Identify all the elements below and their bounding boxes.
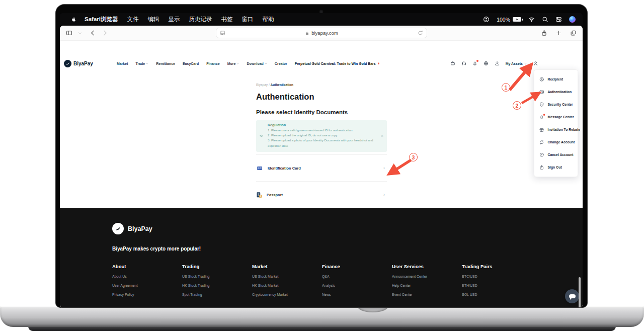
menubar-app-name[interactable]: Safari浏览器	[85, 16, 118, 23]
nav-item-market[interactable]: Market	[117, 62, 128, 65]
footer-link[interactable]: Privacy Policy	[112, 293, 182, 296]
footer-column-trading-pairs: Trading Pairs BTC/USD ETH/USD SOL USD	[462, 264, 532, 296]
announcement-icon	[260, 134, 264, 138]
dropdown-item-invitation-to-rebate[interactable]: Invitation To Rebate	[534, 123, 578, 136]
bell-icon	[539, 115, 544, 120]
sign-out-icon	[539, 165, 544, 170]
chat-bubble-icon	[569, 294, 576, 298]
reload-icon[interactable]	[418, 30, 423, 36]
nav-item-finance[interactable]: Finance	[206, 62, 219, 65]
passport-row[interactable]: Passport ›	[256, 181, 387, 208]
breadcrumb-separator: /	[269, 83, 270, 87]
dropdown-item-message-center[interactable]: Message Center	[534, 111, 578, 123]
footer-link[interactable]: HK Stock Market	[252, 284, 322, 287]
sidebar-toggle-icon[interactable]	[66, 30, 72, 36]
footer-link[interactable]: Event Center	[392, 293, 462, 296]
dropdown-item-sign-out[interactable]: Sign Out	[534, 161, 578, 174]
dropdown-item-security-center[interactable]: Security Center	[534, 98, 578, 111]
account-dropdown-menu: Recipient Authentication Security Center	[534, 69, 578, 177]
apple-menu-icon[interactable]	[71, 16, 77, 23]
nav-item-more[interactable]: More	[227, 62, 239, 65]
footer-link[interactable]: Help Center	[392, 284, 462, 287]
menubar-menu-view[interactable]: 显示	[168, 16, 180, 23]
tab-overview-icon[interactable]	[570, 30, 577, 36]
new-tab-icon[interactable]	[555, 30, 562, 36]
chevron-right-icon: ›	[383, 166, 385, 171]
user-switch-icon[interactable]	[483, 16, 490, 23]
footer-link[interactable]: User Agreement	[112, 284, 182, 287]
menubar-menu-history[interactable]: 历史记录	[189, 16, 212, 23]
footer-link[interactable]: Analysis	[322, 284, 392, 287]
footer-link[interactable]: ETH/USD	[462, 284, 532, 287]
wifi-icon[interactable]	[528, 16, 535, 23]
share-icon[interactable]	[541, 30, 547, 36]
url-text: biyapay.com	[311, 30, 338, 36]
footer-link[interactable]: Q&A	[322, 275, 392, 278]
regulation-line-1: 1. Please use a valid government-issued …	[268, 128, 379, 133]
footer-link[interactable]: US Stock Market	[252, 275, 322, 278]
dropdown-item-change-account[interactable]: Change Account	[534, 136, 578, 148]
nav-item-promo-banner[interactable]: Perpetual Gold Carnival: Trade to Win Go…	[295, 62, 380, 65]
footer-link[interactable]: US Stock Trading	[182, 275, 252, 278]
my-assets-menu[interactable]: My Assets	[506, 62, 527, 65]
footer-link[interactable]: News	[322, 293, 392, 296]
control-center-icon[interactable]	[555, 16, 562, 23]
regulation-line-3: 3. Please upload a photo of your Identit…	[268, 138, 379, 148]
shield-icon	[539, 102, 544, 107]
chevron-down-icon	[265, 62, 267, 65]
gift-icon	[539, 127, 544, 132]
menubar-menu-edit[interactable]: 编辑	[147, 16, 159, 23]
footer-logo-text: BiyaPay	[128, 225, 152, 232]
footer-link[interactable]: Spot Trading	[182, 293, 252, 296]
site-footer: BiyaPay BiyaPay makes crypto more popula…	[60, 208, 583, 307]
menubar-menu-file[interactable]: 文件	[127, 16, 138, 23]
footer-link[interactable]: Cryptocurrency Market	[252, 293, 322, 296]
language-globe-icon[interactable]	[484, 61, 489, 66]
nav-item-easycard[interactable]: EasyCard	[183, 62, 199, 65]
footer-link[interactable]: Announcement Center	[392, 275, 462, 278]
page-settings-icon[interactable]	[220, 30, 225, 36]
avatar-button[interactable]	[533, 61, 538, 66]
chat-widget-button[interactable]	[565, 289, 579, 303]
footer-link[interactable]: HK Stock Trading	[182, 284, 252, 287]
nav-item-creator[interactable]: Creator	[275, 62, 287, 65]
laptop-base	[0, 306, 644, 327]
close-icon[interactable]: ×	[381, 133, 383, 138]
menubar-menu-help[interactable]: 帮助	[262, 16, 274, 23]
siri-icon[interactable]	[569, 16, 576, 23]
scrollbar-thumb[interactable]	[579, 277, 581, 307]
footer-link[interactable]: About Us	[112, 275, 182, 278]
forward-button-icon[interactable]	[102, 30, 108, 36]
nav-item-trade[interactable]: Trade	[136, 62, 149, 65]
menubar-menu-bookmarks[interactable]: 书签	[221, 16, 232, 23]
footer-column-user-services: User Services Announcement Center Help C…	[392, 264, 462, 296]
identity-document-list: Identification Card › Passport ›	[256, 154, 387, 208]
spotlight-search-icon[interactable]	[542, 16, 548, 23]
chevron-right-icon: ›	[383, 192, 385, 197]
orders-briefcase-icon[interactable]	[450, 61, 455, 66]
breadcrumb-current: Authentication	[271, 83, 294, 87]
support-headset-icon[interactable]	[461, 61, 466, 66]
breadcrumb-root[interactable]: Biyapay	[256, 83, 268, 87]
footer-logo: BiyaPay	[112, 223, 583, 234]
safari-window: biyapay.com	[60, 26, 583, 307]
biyapay-logo[interactable]: BiyaPay	[64, 60, 93, 67]
footer-column-about: About About Us User Agreement Privacy Po…	[112, 264, 182, 296]
back-button-icon[interactable]	[90, 30, 96, 36]
battery-status[interactable]: 100%	[497, 17, 521, 23]
menubar-menu-window[interactable]: 窗口	[242, 16, 253, 23]
dropdown-item-recipient[interactable]: Recipient	[534, 73, 578, 86]
nav-item-download[interactable]: Download	[247, 62, 267, 65]
biyapay-logo-icon	[112, 223, 124, 234]
sidebar-chevron-icon[interactable]	[78, 31, 82, 35]
notifications-bell-icon[interactable]	[472, 61, 477, 66]
address-bar[interactable]: biyapay.com	[216, 28, 427, 38]
page-subtitle: Please select Identity Documents	[256, 109, 348, 115]
dropdown-item-cancel-account[interactable]: Cancel Account	[534, 148, 578, 161]
footer-link[interactable]: SOL USD	[462, 293, 532, 296]
nav-item-remittance[interactable]: Remittance	[156, 62, 175, 65]
footer-link[interactable]: BTC/USD	[462, 275, 532, 278]
identification-card-row[interactable]: Identification Card ›	[256, 154, 387, 181]
download-app-icon[interactable]	[495, 61, 500, 66]
dropdown-item-authentication[interactable]: Authentication	[534, 86, 578, 98]
